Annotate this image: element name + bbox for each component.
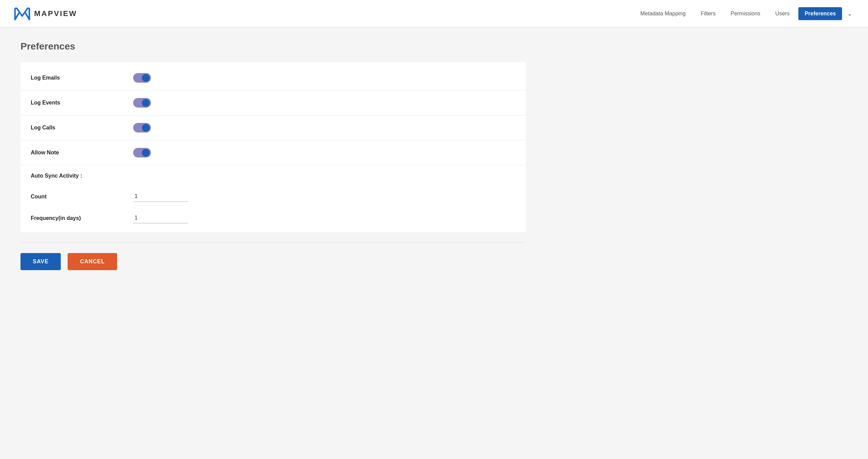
allow-note-toggle[interactable] [133, 148, 151, 157]
count-input[interactable] [133, 191, 188, 202]
log-events-control [133, 98, 151, 108]
frequency-label: Frequency(in days) [31, 215, 133, 221]
log-events-toggle[interactable] [133, 98, 151, 108]
pref-row-log-calls: Log Calls [20, 115, 526, 140]
allow-note-control [133, 148, 151, 157]
page-title: Preferences [20, 41, 526, 52]
save-button[interactable]: SAVE [20, 253, 61, 270]
log-calls-control [133, 123, 151, 133]
allow-note-thumb [142, 149, 150, 156]
cancel-button[interactable]: CANCEL [68, 253, 117, 270]
divider [20, 242, 526, 243]
frequency-input[interactable] [133, 213, 188, 223]
app-header: MAPVIEW Metadata Mapping Filters Permiss… [0, 0, 868, 27]
log-emails-thumb [142, 74, 150, 82]
log-calls-thumb [142, 124, 150, 131]
main-nav: Metadata Mapping Filters Permissions Use… [634, 7, 854, 20]
nav-permissions[interactable]: Permissions [724, 7, 766, 20]
pref-row-log-events: Log Events [20, 91, 526, 115]
button-row: SAVE CANCEL [20, 253, 526, 277]
main-content: Preferences Log Emails Log Events [0, 27, 546, 291]
nav-metadata-mapping[interactable]: Metadata Mapping [634, 7, 692, 20]
log-calls-toggle[interactable] [133, 123, 151, 133]
pref-row-allow-note: Allow Note [20, 140, 526, 165]
nav-chevron-icon[interactable]: ⌄ [845, 9, 854, 18]
log-calls-label: Log Calls [31, 125, 133, 131]
nav-filters[interactable]: Filters [695, 7, 722, 20]
allow-note-label: Allow Note [31, 150, 133, 156]
log-emails-toggle[interactable] [133, 73, 151, 83]
count-row: Count [31, 186, 516, 207]
count-input-wrapper [133, 191, 188, 202]
nav-preferences[interactable]: Preferences [798, 7, 842, 20]
frequency-input-wrapper [133, 213, 188, 223]
logo-icon [14, 6, 31, 21]
log-emails-control [133, 73, 151, 83]
log-events-thumb [142, 99, 150, 107]
preferences-card: Log Emails Log Events Log [20, 62, 526, 232]
logo-text: MAPVIEW [34, 9, 77, 18]
nav-users[interactable]: Users [769, 7, 796, 20]
auto-sync-label: Auto Sync Activity : [31, 173, 516, 179]
auto-sync-section: Auto Sync Activity : Count Frequency(in … [20, 165, 526, 229]
frequency-row: Frequency(in days) [31, 207, 516, 229]
log-emails-label: Log Emails [31, 75, 133, 81]
pref-row-log-emails: Log Emails [20, 66, 526, 91]
log-events-label: Log Events [31, 100, 133, 106]
logo-area: MAPVIEW [14, 6, 77, 21]
count-label: Count [31, 194, 133, 200]
